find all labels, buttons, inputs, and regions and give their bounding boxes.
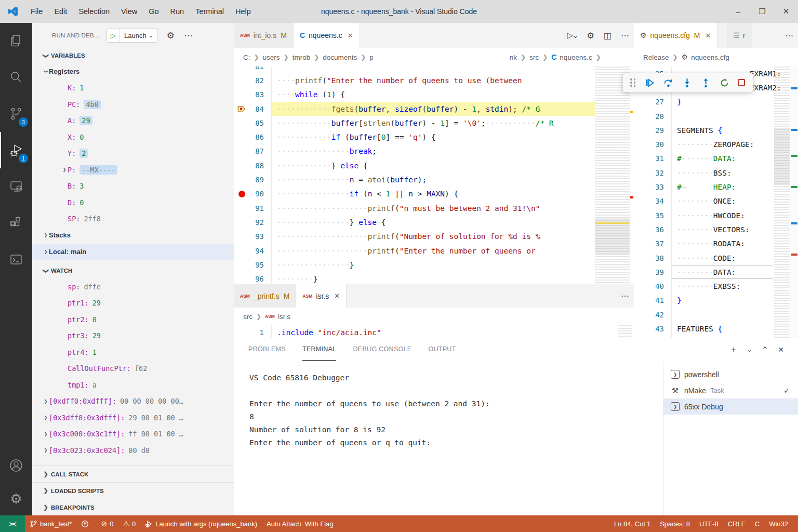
tab-isr-s[interactable]: ASMisr.s✕ — [296, 284, 347, 308]
code-line-text[interactable] — [271, 66, 595, 73]
minimap-small[interactable] — [618, 325, 632, 338]
code-line[interactable]: 33#→HEAP: — [634, 180, 773, 194]
code-line-text[interactable]: ····················printf("n must be be… — [271, 201, 595, 215]
breadcrumb-segment[interactable]: nk — [510, 54, 517, 61]
code-line-text[interactable]: ················if (n < 1 || n > MAXN) { — [271, 187, 595, 201]
code-line-text[interactable]: SEGMENTS { — [671, 123, 773, 137]
status-crlf[interactable]: CRLF — [723, 515, 750, 532]
panel-tab-output[interactable]: OUTPUT — [428, 338, 456, 361]
tree-group-variables[interactable]: ❯Stacks — [32, 227, 234, 244]
breadcrumb-segment[interactable]: documents — [323, 54, 357, 61]
status-error-icon[interactable]: ⊘0 — [96, 515, 118, 532]
terminal-output[interactable]: VS Code 65816 Debugger Enter the number … — [234, 361, 663, 515]
code-line-text[interactable]: ················} else { — [271, 215, 595, 229]
code-line[interactable]: 35········HWCODE: — [634, 208, 773, 222]
activity-search-icon[interactable] — [0, 59, 32, 96]
code-line[interactable]: 32········BSS: — [634, 166, 773, 180]
code-line[interactable]: 28 — [634, 109, 773, 123]
line-number[interactable]: 81 — [249, 66, 271, 71]
tab-partial[interactable]: ☰r — [727, 23, 752, 48]
code-line[interactable]: 27} — [634, 95, 773, 109]
tree-group-variables[interactable]: ❯Local: main — [32, 244, 234, 260]
code-line[interactable]: 92················} else { — [234, 215, 595, 229]
code-line[interactable]: 1.include "inc/acia.inc" — [234, 325, 613, 338]
step-over-icon[interactable] — [663, 78, 673, 88]
minimize-button[interactable]: – — [726, 0, 750, 23]
step-into-icon[interactable] — [682, 78, 692, 88]
code-line-text[interactable]: ········ZEROPAGE: — [671, 137, 773, 151]
code-line[interactable]: 41} — [634, 294, 773, 308]
minimap-cfg[interactable] — [774, 66, 790, 338]
line-number[interactable]: 36 — [649, 225, 671, 234]
breadcrumb-main[interactable]: C:❯users❯tmrob❯documents❯pnk❯src❯Cnqueen… — [234, 48, 634, 66]
line-number[interactable]: 91 — [249, 204, 271, 212]
close-button[interactable]: ✕ — [774, 0, 798, 23]
code-line-text[interactable]: ········} — [271, 272, 595, 284]
code-line[interactable]: 81 — [234, 66, 595, 73]
menu-terminal[interactable]: Terminal — [190, 0, 230, 23]
code-line[interactable]: 88············} else { — [234, 158, 595, 172]
more-actions-icon[interactable]: ⋯ — [621, 31, 629, 41]
tree-item-watch[interactable]: ❯[0x3dff0:0x3dfff]:29 00 01 00 … — [32, 409, 234, 426]
code-line-text[interactable]: ················} — [271, 258, 595, 272]
activity-files-icon[interactable] — [0, 23, 32, 59]
restore-button[interactable]: ❐ — [750, 0, 774, 23]
breadcrumb-cfg[interactable]: Release❯⚙nqueens.cfg — [634, 48, 798, 66]
code-line-text[interactable]: ········HWCODE: — [671, 208, 773, 222]
tree-item-variables[interactable]: PC:4b0 — [32, 96, 234, 113]
menu-run[interactable]: Run — [165, 0, 190, 23]
breakpoint-gutter[interactable] — [234, 105, 249, 113]
code-line[interactable]: 87················break; — [234, 144, 595, 158]
toolbar-drag-grip[interactable] — [630, 78, 636, 87]
code-line-text[interactable]: ········VECTORS: — [671, 222, 773, 236]
section-call-stack[interactable]: ❯CALL STACK — [32, 466, 234, 482]
restart-icon[interactable] — [720, 78, 729, 88]
code-line-text[interactable]: ········BSS: — [671, 166, 773, 180]
status-sync-icon[interactable] — [76, 515, 96, 532]
activity-extensions-icon[interactable] — [0, 205, 32, 241]
code-line[interactable]: 89················n = atoi(buffer); — [234, 172, 595, 187]
breadcrumb-segment[interactable]: C: — [243, 54, 250, 61]
settings-gear-icon[interactable]: ⚙ — [587, 31, 594, 41]
code-line-text[interactable]: ········EXBSS: — [671, 279, 773, 293]
breakpoint-icon[interactable] — [238, 191, 245, 197]
activity-run-debug-icon[interactable]: 1 — [0, 132, 32, 168]
code-line-text[interactable]: } — [671, 294, 773, 308]
breadcrumb-segment[interactable]: users — [263, 54, 280, 61]
tree-item-variables[interactable]: X:0 — [32, 129, 234, 145]
line-number[interactable]: 40 — [649, 282, 671, 290]
code-line-text[interactable]: ····printf("Enter the number of queens t… — [271, 73, 595, 87]
code-line-text[interactable]: ········RODATA: — [671, 237, 773, 251]
launch-config-dropdown[interactable]: ▷ Launch ⌄ — [107, 29, 157, 43]
tree-item-watch[interactable]: ❯[0x3c000:0x3c1ff]:ff 00 01 00 … — [32, 426, 234, 443]
breadcrumb-asm[interactable]: src❯ASMisr.s — [234, 308, 634, 325]
line-number[interactable]: 31 — [649, 154, 671, 163]
stop-icon[interactable] — [738, 79, 745, 86]
line-number[interactable]: 37 — [649, 240, 671, 248]
breadcrumb-segment[interactable]: tmrob — [292, 54, 311, 61]
tree-item-variables[interactable]: ❯P:--MX---- — [32, 162, 234, 178]
line-number[interactable]: 88 — [249, 162, 271, 170]
code-line-text[interactable]: ····················printf("Enter the nu… — [271, 244, 595, 258]
line-number[interactable]: 84 — [249, 105, 271, 113]
code-line[interactable]: 30········ZEROPAGE: — [634, 137, 773, 151]
code-line-text[interactable]: } — [671, 95, 773, 109]
line-number[interactable]: 32 — [649, 169, 671, 177]
line-number[interactable]: 28 — [649, 112, 671, 121]
variables-section-header[interactable]: ❯VARIABLES — [32, 48, 234, 63]
breakpoint-gutter[interactable] — [234, 191, 249, 197]
status-ln-84--col-1[interactable]: Ln 84, Col 1 — [609, 515, 655, 532]
line-number[interactable]: 27 — [649, 98, 671, 106]
status-utf-8[interactable]: UTF-8 — [695, 515, 723, 532]
code-line[interactable]: 37········RODATA: — [634, 237, 773, 251]
breadcrumb-segment[interactable]: nqueens.c — [560, 54, 592, 61]
activity-account-icon[interactable] — [0, 449, 32, 482]
breadcrumb-segment[interactable]: src — [243, 313, 252, 321]
line-number[interactable]: 39 — [649, 268, 671, 276]
line-number[interactable]: 29 — [649, 126, 671, 135]
line-number[interactable]: 87 — [249, 147, 271, 155]
code-line[interactable]: 31#·······DATA: — [634, 152, 773, 166]
line-number[interactable]: 33 — [649, 183, 671, 191]
line-number[interactable]: 86 — [249, 133, 271, 141]
section-loaded-scripts[interactable]: ❯LOADED SCRIPTS — [32, 482, 234, 499]
